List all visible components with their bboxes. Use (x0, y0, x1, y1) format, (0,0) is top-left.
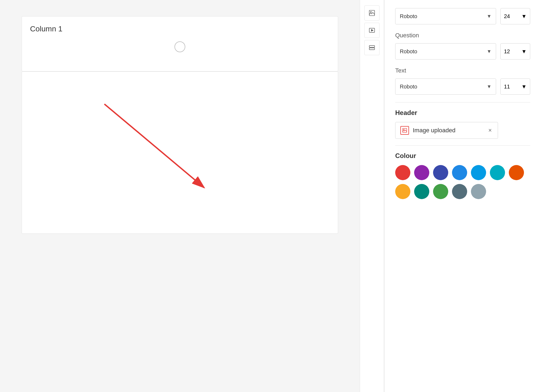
text-size-select[interactable]: 11 ▼ (500, 78, 530, 95)
colour-green[interactable] (433, 184, 448, 199)
layout-tool-button[interactable] (364, 40, 380, 55)
colour-blue-grey[interactable] (452, 184, 467, 199)
colour-light-blue[interactable] (471, 165, 486, 180)
svg-point-9 (404, 129, 404, 130)
toolbar-strip (360, 0, 384, 392)
colour-red[interactable] (395, 165, 410, 180)
annotation-arrow (22, 72, 338, 233)
question-font-row: Roboto ▼ 12 ▼ (395, 43, 530, 60)
colour-indigo[interactable] (433, 165, 448, 180)
colour-purple[interactable] (414, 165, 429, 180)
title-size-select[interactable]: 24 ▼ (500, 8, 530, 24)
question-font-select[interactable]: Roboto ▼ (395, 43, 496, 60)
title-font-chevron-icon: ▼ (487, 14, 491, 19)
svg-rect-7 (369, 48, 375, 50)
column-card-bottom (22, 71, 338, 234)
svg-marker-5 (371, 29, 373, 31)
column-card-top: Column 1 (22, 16, 338, 71)
canvas-area: Column 1 (0, 0, 360, 392)
colour-cyan[interactable] (490, 165, 505, 180)
question-section-label: Question (395, 32, 530, 39)
svg-rect-2 (369, 10, 375, 16)
title-size-chevron-icon: ▼ (521, 13, 527, 19)
header-section-label: Header (395, 109, 530, 117)
colour-grid (395, 165, 530, 199)
question-size-chevron-icon: ▼ (521, 48, 527, 55)
title-font-row: Roboto ▼ 24 ▼ (395, 8, 530, 24)
video-tool-button[interactable] (364, 23, 380, 38)
image-tool-button[interactable] (364, 5, 380, 21)
question-font-chevron-icon: ▼ (487, 49, 491, 54)
text-size-chevron-icon: ▼ (521, 84, 527, 90)
radio-circle (174, 41, 185, 52)
svg-rect-8 (403, 129, 407, 133)
title-font-select[interactable]: Roboto ▼ (395, 8, 496, 24)
colour-grey[interactable] (471, 184, 486, 199)
right-panel: Roboto ▼ 24 ▼ Question Roboto ▼ 12 ▼ Tex… (384, 0, 541, 392)
text-section-label: Text (395, 67, 530, 74)
video-icon (368, 27, 375, 34)
svg-rect-6 (369, 45, 375, 47)
colour-amber[interactable] (395, 184, 410, 199)
question-size-select[interactable]: 12 ▼ (500, 43, 530, 60)
text-font-select[interactable]: Roboto ▼ (395, 78, 496, 95)
image-uploaded-icon (400, 126, 409, 135)
image-icon (368, 9, 375, 17)
text-font-chevron-icon: ▼ (487, 84, 491, 90)
column-title: Column 1 (30, 25, 330, 33)
image-uploaded-text: Image uploaded (413, 127, 483, 134)
divider-1 (395, 102, 530, 103)
svg-point-3 (371, 12, 371, 12)
text-font-row: Roboto ▼ 11 ▼ (395, 78, 530, 95)
colour-teal[interactable] (414, 184, 429, 199)
divider-2 (395, 145, 530, 146)
colour-orange[interactable] (509, 165, 524, 180)
layout-icon (368, 44, 375, 51)
image-uploaded-box: Image uploaded × (395, 122, 498, 139)
colour-blue[interactable] (452, 165, 467, 180)
image-uploaded-close-button[interactable]: × (487, 127, 493, 134)
svg-line-1 (104, 104, 204, 188)
colour-section-label: Colour (395, 152, 530, 160)
